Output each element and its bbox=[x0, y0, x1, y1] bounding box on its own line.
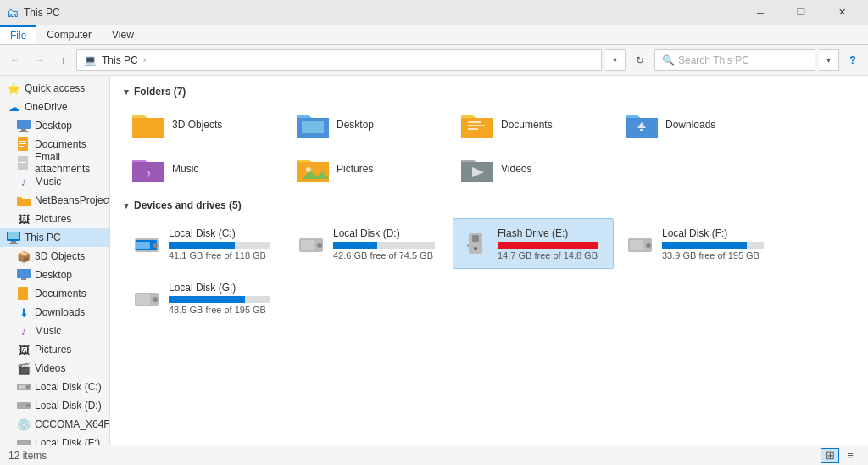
svg-rect-29 bbox=[640, 129, 643, 131]
svg-point-46 bbox=[646, 243, 651, 248]
up-button[interactable]: ↑ bbox=[53, 50, 73, 70]
sidebar-item-local-f[interactable]: Local Disk (F:) bbox=[0, 434, 109, 445]
sidebar-item-3d[interactable]: 📦 3D Objects bbox=[0, 247, 109, 266]
path-separator: 💻 bbox=[84, 54, 97, 66]
drive-grid: Local Disk (C:) 41.1 GB free of 118 GB bbox=[124, 218, 854, 323]
drive-g[interactable]: Local Disk (G:) 48.5 GB free of 195 GB bbox=[124, 272, 285, 323]
address-bar: ← → ↑ 💻 This PC › ▾ ↻ 🔍 Search This PC ▾… bbox=[0, 45, 868, 76]
folder-downloads[interactable]: Downloads bbox=[617, 104, 778, 145]
search-box[interactable]: 🔍 Search This PC bbox=[654, 49, 815, 71]
devices-header-label: Devices and drives (5) bbox=[134, 199, 242, 211]
sidebar-3d-label: 3D Objects bbox=[35, 250, 85, 262]
drive-c-icon bbox=[17, 380, 31, 394]
forward-button[interactable]: → bbox=[29, 50, 49, 70]
svg-rect-13 bbox=[9, 243, 18, 244]
sidebar-item-pictures[interactable]: 🖼 Pictures bbox=[0, 210, 109, 228]
drive-f[interactable]: Local Disk (F:) 33.9 GB free of 195 GB bbox=[617, 218, 778, 269]
sidebar-item-cccoma[interactable]: 💿 CCCOMA_X64FRE_E bbox=[0, 415, 109, 434]
sidebar-item-music2[interactable]: ♪ Music bbox=[0, 322, 109, 340]
folder-grid: 3D Objects Desktop Documents bbox=[124, 104, 854, 189]
drive-f-bar-bg bbox=[662, 242, 764, 249]
drive-c-bar-fill bbox=[169, 242, 235, 249]
sidebar-item-local-c[interactable]: Local Disk (C:) bbox=[0, 378, 109, 396]
drive-d-bar-bg bbox=[333, 242, 435, 249]
folder-downloads-icon bbox=[625, 109, 659, 140]
address-dropdown[interactable]: ▾ bbox=[605, 49, 626, 71]
drive-g-name: Local Disk (G:) bbox=[169, 282, 277, 294]
folder-3d-objects[interactable]: 3D Objects bbox=[124, 104, 285, 145]
svg-rect-0 bbox=[17, 120, 31, 129]
sidebar-item-email-attach[interactable]: Email attachments bbox=[0, 154, 109, 172]
svg-rect-11 bbox=[8, 232, 19, 239]
folder-music-name: Music bbox=[172, 163, 198, 175]
star-icon: ⭐ bbox=[7, 81, 20, 95]
search-dropdown[interactable]: ▾ bbox=[819, 49, 839, 71]
svg-rect-25 bbox=[468, 121, 481, 123]
sidebar-item-this-pc[interactable]: This PC bbox=[0, 228, 109, 247]
tab-file[interactable]: File bbox=[0, 25, 36, 44]
ribbon-tabs: File Computer View bbox=[0, 25, 868, 44]
sidebar-item-documents2[interactable]: Documents bbox=[0, 284, 109, 303]
svg-point-49 bbox=[153, 297, 158, 302]
maximize-button[interactable]: ❐ bbox=[782, 0, 821, 25]
sidebar-item-desktop[interactable]: Desktop bbox=[0, 116, 109, 135]
refresh-button[interactable]: ↻ bbox=[629, 49, 651, 71]
sidebar-item-local-d[interactable]: Local Disk (D:) bbox=[0, 396, 109, 415]
view-list-button[interactable]: ≡ bbox=[841, 448, 860, 463]
tab-computer[interactable]: Computer bbox=[36, 25, 102, 44]
drive-d[interactable]: Local Disk (D:) 42.6 GB free of 74.5 GB bbox=[288, 218, 449, 269]
pictures-icon: 🖼 bbox=[17, 212, 31, 226]
sidebar-item-desktop2[interactable]: Desktop bbox=[0, 266, 109, 284]
svg-rect-50 bbox=[136, 294, 150, 305]
svg-rect-14 bbox=[17, 269, 31, 278]
drive-f-free: 33.9 GB free of 195 GB bbox=[662, 250, 771, 261]
folder-videos[interactable]: Videos bbox=[453, 148, 614, 189]
folder-desktop-name: Desktop bbox=[337, 119, 374, 131]
svg-rect-37 bbox=[136, 242, 150, 249]
svg-rect-15 bbox=[21, 278, 26, 280]
sidebar-pictures-label: Pictures bbox=[35, 213, 71, 225]
svg-text:♪: ♪ bbox=[146, 166, 152, 180]
status-bar: 12 items ⊞ ≡ bbox=[0, 445, 868, 465]
folder-3d-icon bbox=[131, 109, 165, 140]
sidebar-item-downloads[interactable]: ⬇ Downloads bbox=[0, 303, 109, 322]
folder-desktop[interactable]: Desktop bbox=[288, 104, 449, 145]
tab-view[interactable]: View bbox=[102, 25, 144, 44]
drive-c[interactable]: Local Disk (C:) 41.1 GB free of 118 GB bbox=[124, 218, 285, 269]
sidebar-item-quick-access[interactable]: ⭐ Quick access bbox=[0, 79, 109, 98]
sidebar-item-videos[interactable]: 🎬 Videos bbox=[0, 359, 109, 378]
sidebar-item-pictures2[interactable]: 🖼 Pictures bbox=[0, 340, 109, 359]
close-button[interactable]: ✕ bbox=[822, 0, 861, 25]
drive-g-bar-bg bbox=[169, 296, 270, 303]
svg-rect-1 bbox=[21, 129, 26, 131]
folder-downloads-name: Downloads bbox=[665, 119, 715, 131]
title-bar-left: 🗂 This PC bbox=[7, 6, 60, 20]
devices-section-header[interactable]: ▾ Devices and drives (5) bbox=[124, 199, 854, 211]
sidebar-item-onedrive[interactable]: ☁ OneDrive bbox=[0, 98, 109, 116]
content-area: ▾ Folders (7) 3D Objects bbox=[110, 76, 868, 445]
help-button[interactable]: ? bbox=[843, 50, 863, 70]
sidebar-netbeans-label: NetBeansProjects bbox=[35, 194, 110, 206]
address-path[interactable]: 💻 This PC › bbox=[76, 49, 602, 71]
minimize-button[interactable]: ─ bbox=[741, 0, 780, 25]
folders-section-header[interactable]: ▾ Folders (7) bbox=[124, 86, 854, 98]
sidebar-pictures2-label: Pictures bbox=[35, 344, 71, 356]
view-tiles-button[interactable]: ⊞ bbox=[821, 448, 839, 463]
drive-e-icon bbox=[460, 228, 491, 259]
drive-c-icon bbox=[131, 228, 162, 259]
folders-chevron: ▾ bbox=[124, 87, 129, 98]
drive-e[interactable]: Flash Drive (E:) 14.7 GB free of 14.8 GB bbox=[453, 218, 614, 269]
sidebar-item-netbeans[interactable]: NetBeansProjects bbox=[0, 191, 109, 210]
ribbon: File Computer View bbox=[0, 25, 868, 45]
drive-f-bar-fill bbox=[662, 242, 747, 249]
drive-d-name: Local Disk (D:) bbox=[333, 227, 442, 239]
folder-pictures[interactable]: Pictures bbox=[288, 148, 449, 189]
sidebar-item-music[interactable]: ♪ Music bbox=[0, 172, 109, 191]
folder-music[interactable]: ♪ Music bbox=[124, 148, 285, 189]
folder-documents[interactable]: Documents bbox=[453, 104, 614, 145]
music-icon: ♪ bbox=[17, 175, 31, 188]
drive-f-icon bbox=[625, 228, 655, 259]
folder-videos-icon bbox=[460, 154, 494, 184]
drive-d-icon bbox=[296, 228, 326, 259]
back-button[interactable]: ← bbox=[5, 50, 25, 70]
